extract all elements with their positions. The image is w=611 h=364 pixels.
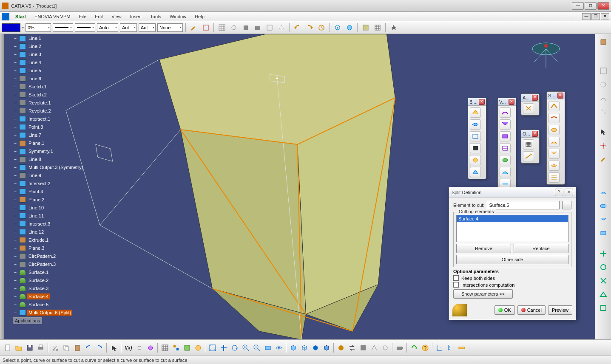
tree-item[interactable]: –Surface.4: [13, 292, 115, 300]
pick-element-icon[interactable]: [562, 201, 571, 209]
tool-icon-5[interactable]: [276, 23, 287, 33]
tool-icon[interactable]: [171, 343, 181, 353]
tree-item[interactable]: –Line.5: [13, 66, 115, 74]
tool-icon-3[interactable]: [253, 23, 263, 33]
compass-3d[interactable]: [527, 38, 565, 76]
axis-system-icon[interactable]: [435, 343, 445, 353]
tree-item[interactable]: –Line.2: [13, 42, 115, 50]
line-weight-dropdown[interactable]: [53, 23, 73, 32]
normal-view-icon[interactable]: [263, 343, 273, 353]
auto2-dropdown[interactable]: Aut: [120, 23, 137, 32]
workbench-icon[interactable]: [598, 37, 609, 48]
palette-tool-icon[interactable]: [548, 101, 560, 111]
tree-item[interactable]: –Revolute.2: [13, 107, 115, 115]
palette-tool-icon[interactable]: [523, 103, 534, 113]
palette-bi[interactable]: Bi...✕: [468, 98, 486, 179]
edit-icon[interactable]: [598, 154, 609, 165]
print-icon[interactable]: [36, 343, 46, 353]
refresh-icon[interactable]: [409, 343, 419, 353]
surf-tool-icon[interactable]: [598, 228, 609, 239]
line-style-dropdown[interactable]: [75, 23, 95, 32]
palette-tool-icon[interactable]: [500, 143, 511, 153]
look-at-icon[interactable]: [274, 343, 284, 353]
fx-icon[interactable]: f(x): [123, 343, 134, 353]
palette-tool-icon[interactable]: [500, 167, 511, 177]
tree-item[interactable]: –Line.9: [13, 171, 115, 179]
palette-tool-icon[interactable]: [548, 125, 560, 135]
camera-icon[interactable]: [395, 343, 405, 353]
maximize-button[interactable]: □: [585, 2, 597, 10]
select-icon[interactable]: [109, 343, 119, 353]
palette-tool-icon[interactable]: [548, 137, 560, 147]
tree-item[interactable]: –Line.6: [13, 74, 115, 82]
keep-both-sides-checkbox[interactable]: Keep both sides: [453, 275, 571, 281]
op-tool-icon[interactable]: [598, 275, 609, 286]
replace-button[interactable]: Replace: [514, 244, 568, 253]
palette-o[interactable]: O...✕: [521, 130, 540, 164]
preview-button[interactable]: Preview: [548, 305, 572, 315]
tree-item[interactable]: –Surface.1: [13, 268, 115, 276]
palette-tool-icon[interactable]: [470, 167, 481, 177]
tree-item[interactable]: –Plane.3: [13, 244, 115, 252]
palette-close-icon[interactable]: ✕: [557, 93, 563, 99]
help-icon[interactable]: ?: [420, 343, 430, 353]
op-tool-icon[interactable]: [598, 302, 609, 313]
palette-tool-icon[interactable]: [500, 107, 511, 118]
tree-item[interactable]: –Surface.3: [13, 284, 115, 292]
star-icon[interactable]: [389, 23, 399, 33]
dialog-close-button[interactable]: ✕: [565, 189, 573, 196]
grid-icon[interactable]: [217, 23, 227, 33]
doc-minimize-button[interactable]: —: [582, 13, 591, 20]
split-definition-dialog[interactable]: Split Definition ? ✕ Element to cut: Sur…: [449, 187, 576, 320]
new-icon[interactable]: [3, 343, 13, 353]
pan-icon[interactable]: [219, 343, 229, 353]
tool-icon-2[interactable]: [241, 23, 251, 33]
op-tool-icon[interactable]: [598, 248, 609, 259]
tree-item[interactable]: –Plane.1: [13, 139, 115, 147]
undo-icon[interactable]: [293, 23, 303, 33]
tree-item[interactable]: –Multi Output.6 (Split): [13, 308, 115, 316]
tool-icon[interactable]: [145, 343, 156, 353]
menu-window[interactable]: Window: [165, 13, 190, 20]
intersections-checkbox[interactable]: Intersections computation: [453, 282, 571, 288]
dialog-titlebar[interactable]: Split Definition ? ✕: [449, 187, 576, 198]
tree-item[interactable]: –Sketch.1: [13, 82, 115, 90]
menu-start[interactable]: Start: [11, 13, 30, 20]
palette-close-icon[interactable]: ✕: [532, 95, 538, 101]
palette-close-icon[interactable]: ✕: [479, 99, 485, 105]
surf-tool-icon[interactable]: [598, 200, 609, 212]
specification-tree[interactable]: –Line.1–Line.2–Line.3–Line.4–Line.5–Line…: [13, 34, 115, 324]
copy-icon[interactable]: [61, 343, 71, 353]
palette-tool-icon[interactable]: [470, 131, 481, 141]
palette-close-icon[interactable]: ✕: [532, 131, 538, 137]
tree-item[interactable]: –Point.3: [13, 123, 115, 131]
tree-item[interactable]: –Line.1: [13, 34, 115, 42]
viewport-3d[interactable]: –Line.1–Line.2–Line.3–Line.4–Line.5–Line…: [4, 34, 595, 339]
start-icon[interactable]: [2, 13, 9, 20]
menu-tools[interactable]: Tools: [146, 13, 165, 20]
tree-item[interactable]: –Plane.2: [13, 195, 115, 203]
none-dropdown[interactable]: None: [157, 23, 183, 32]
element-to-cut-field[interactable]: Surface.5: [487, 201, 560, 209]
dialog-help-button[interactable]: ?: [555, 189, 563, 196]
tree-item[interactable]: –Intersect.2: [13, 179, 115, 187]
axis-icon[interactable]: [598, 140, 609, 151]
tree-item[interactable]: –Surface.2: [13, 276, 115, 284]
tree-item[interactable]: –Line.4: [13, 58, 115, 66]
grid2-icon[interactable]: [372, 23, 383, 33]
tree-item[interactable]: –Symmetry.1: [13, 147, 115, 155]
fit-all-icon[interactable]: [207, 343, 218, 353]
palette-tool-icon[interactable]: [470, 119, 481, 130]
tool-icon-4[interactable]: [264, 23, 275, 33]
tool-icon[interactable]: [598, 79, 609, 90]
sketch-icon[interactable]: [201, 23, 211, 33]
color-swatch[interactable]: [2, 23, 20, 32]
surf-tool-icon[interactable]: [598, 214, 609, 225]
rotate-icon[interactable]: [230, 343, 240, 353]
tool-icon[interactable]: [598, 65, 609, 76]
menu-enovia[interactable]: ENOVIA V5 VPM: [30, 13, 74, 20]
palette-tool-icon[interactable]: [523, 151, 534, 161]
hide-show-icon[interactable]: [336, 343, 346, 353]
history-icon[interactable]: [316, 23, 327, 33]
tree-item[interactable]: –Line.3: [13, 50, 115, 58]
